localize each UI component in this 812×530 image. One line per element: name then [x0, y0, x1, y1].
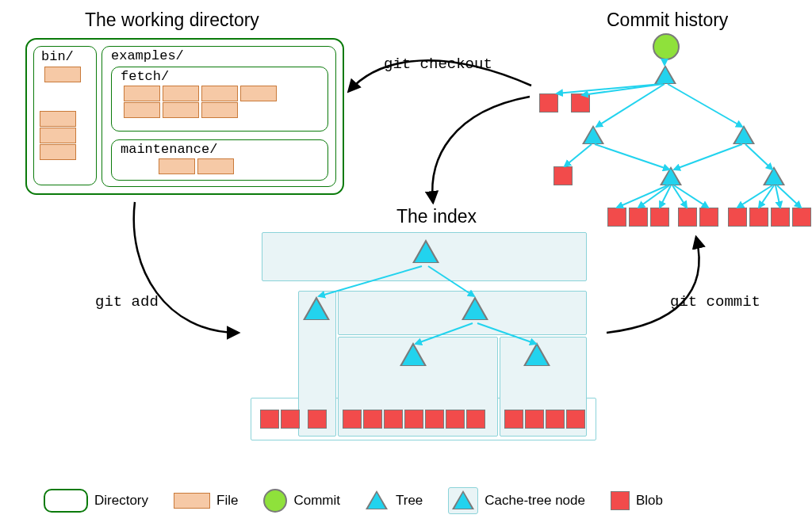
- svg-line-4: [668, 84, 742, 127]
- legend-directory: Directory: [44, 489, 148, 513]
- file-icon: [163, 86, 199, 101]
- legend-cache-tree: Cache-tree node: [448, 487, 585, 514]
- dir-label-examples: examples/: [111, 48, 184, 63]
- tree-icon: [366, 490, 389, 511]
- file-icon: [201, 102, 238, 118]
- blob-icon: [308, 410, 327, 429]
- blob-icon: [446, 410, 465, 429]
- title-history: Commit history: [607, 10, 728, 31]
- file-icon: [124, 102, 160, 118]
- blob-icon: [281, 410, 300, 429]
- legend-tree: Tree: [366, 490, 423, 511]
- blob-icon: [546, 410, 565, 429]
- blob-icon: [343, 410, 362, 429]
- svg-line-12: [672, 185, 687, 208]
- file-icon: [44, 67, 81, 82]
- title-working: The working directory: [85, 10, 259, 31]
- dir-label-maintenance: maintenance/: [121, 142, 217, 157]
- blob-icon: [404, 410, 423, 429]
- svg-line-3: [596, 84, 665, 127]
- blob-icon: [792, 208, 811, 227]
- file-icon: [197, 158, 234, 174]
- label-git-add: git add: [95, 293, 159, 311]
- blob-icon: [466, 410, 485, 429]
- label-git-commit: git commit: [670, 293, 760, 311]
- dir-label-fetch: fetch/: [121, 69, 169, 84]
- blob-icon: [553, 166, 573, 185]
- blob-icon: [771, 208, 790, 227]
- commit-icon: [653, 33, 680, 60]
- blob-icon: [728, 208, 747, 227]
- blob-icon: [425, 410, 444, 429]
- legend-label: Cache-tree node: [485, 493, 585, 509]
- legend-label: File: [216, 493, 238, 509]
- blob-icon: [607, 208, 626, 227]
- blob-icon: [384, 410, 403, 429]
- svg-line-15: [759, 185, 774, 208]
- file-icon: [240, 86, 277, 101]
- svg-line-11: [660, 185, 671, 208]
- blob-icon: [571, 93, 590, 112]
- svg-line-13: [674, 185, 708, 208]
- dir-label-bin: bin/: [41, 49, 74, 64]
- legend-file: File: [174, 493, 238, 509]
- blob-icon: [504, 410, 523, 429]
- svg-line-1: [557, 84, 661, 93]
- file-icon: [201, 86, 238, 101]
- svg-line-6: [595, 144, 669, 170]
- svg-line-16: [776, 185, 780, 208]
- blob-icon: [260, 410, 279, 429]
- legend-label: Directory: [94, 493, 148, 509]
- blob-icon: [699, 208, 718, 227]
- file-icon: [124, 86, 160, 101]
- legend-label: Blob: [636, 493, 663, 509]
- blob-icon: [566, 410, 585, 429]
- legend-commit: Commit: [263, 489, 340, 513]
- legend-blob: Blob: [611, 491, 663, 510]
- legend: Directory File Commit Tree Cache-tree no…: [44, 487, 789, 514]
- label-git-checkout: git checkout: [384, 55, 492, 73]
- blob-icon: [678, 208, 697, 227]
- file-icon: [40, 128, 76, 143]
- file-icon: [159, 158, 195, 174]
- svg-line-5: [565, 144, 592, 166]
- commit-icon: [263, 489, 287, 513]
- blob-icon: [650, 208, 669, 227]
- svg-line-9: [617, 185, 668, 208]
- svg-line-10: [638, 185, 669, 208]
- file-icon: [40, 144, 76, 160]
- legend-label: Tree: [396, 493, 423, 509]
- svg-line-14: [737, 185, 772, 208]
- file-icon: [174, 493, 210, 509]
- blob-icon: [611, 491, 630, 510]
- svg-line-7: [674, 144, 742, 170]
- directory-icon: [44, 489, 88, 513]
- blob-icon: [525, 410, 544, 429]
- file-icon: [40, 111, 76, 127]
- blob-icon: [363, 410, 382, 429]
- legend-label: Commit: [293, 493, 340, 509]
- blob-icon: [539, 93, 558, 112]
- svg-line-2: [582, 84, 663, 95]
- title-index: The index: [396, 206, 477, 227]
- svg-line-17: [777, 185, 801, 208]
- diagram-stage: The working directory The index Commit h…: [0, 0, 812, 530]
- blob-icon: [749, 208, 768, 227]
- cache-tree-icon: [448, 487, 478, 514]
- blob-icon: [629, 208, 648, 227]
- file-icon: [163, 102, 199, 118]
